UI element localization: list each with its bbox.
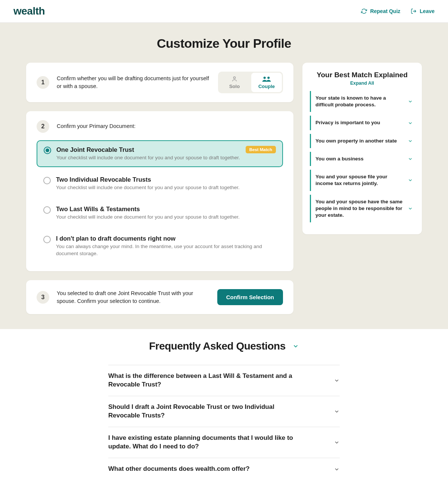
faq-title: Frequently Asked Questions xyxy=(149,340,286,352)
match-item-4[interactable]: You and your spouse file your income tax… xyxy=(310,170,414,191)
chevron-down-icon xyxy=(408,206,413,211)
solo-couple-toggle: Solo Couple xyxy=(218,72,283,93)
repeat-quiz-button[interactable]: Repeat Quiz xyxy=(361,8,400,14)
chevron-down-icon xyxy=(408,99,413,104)
option-desc: Your checklist will include one document… xyxy=(56,214,276,221)
person-icon xyxy=(229,76,240,82)
match-item-5[interactable]: You and your spouse have the same people… xyxy=(310,195,414,223)
step-2-text: Confirm your Primary Document: xyxy=(57,122,283,130)
document-option-3[interactable]: I don't plan to draft documents right no… xyxy=(37,230,283,263)
step-3-text: You selected to draft one Joint Revocabl… xyxy=(57,289,210,305)
match-item-3[interactable]: You own a business xyxy=(310,152,414,166)
radio-icon xyxy=(43,236,51,243)
option-title: One Joint Revocable Trust xyxy=(56,146,134,153)
left-column: 1 Confirm whether you will be drafting d… xyxy=(26,63,293,314)
match-item-text: You own a business xyxy=(315,156,364,162)
chevron-down-icon xyxy=(334,378,340,383)
faq-item-3[interactable]: What other documents does wealth.com off… xyxy=(108,458,340,479)
people-icon xyxy=(261,76,272,82)
confirm-selection-button[interactable]: Confirm Selection xyxy=(217,289,283,305)
match-item-0[interactable]: Your state is known to have a difficult … xyxy=(310,91,414,112)
faq-question: What is the difference between a Last Wi… xyxy=(108,372,302,389)
best-match-card: Your Best Match Explained Expand All You… xyxy=(302,63,422,234)
step-1-card: 1 Confirm whether you will be drafting d… xyxy=(26,63,293,102)
right-column: Your Best Match Explained Expand All You… xyxy=(302,63,422,234)
faq-item-0[interactable]: What is the difference between a Last Wi… xyxy=(108,365,340,396)
radio-icon xyxy=(43,206,51,214)
couple-toggle[interactable]: Couple xyxy=(251,73,282,92)
header-actions: Repeat Quiz Leave xyxy=(361,8,435,14)
header: wealth Repeat Quiz Leave xyxy=(0,0,448,23)
chevron-down-icon xyxy=(408,178,413,183)
faq-item-1[interactable]: Should I draft a Joint Revocable Trust o… xyxy=(108,396,340,427)
faq-section: Frequently Asked Questions What is the d… xyxy=(0,329,448,479)
option-title: Two Individual Revocable Trusts xyxy=(56,176,151,183)
step-3-number: 3 xyxy=(37,291,49,304)
logo: wealth xyxy=(13,5,45,17)
solo-toggle[interactable]: Solo xyxy=(219,73,250,92)
step-3-card: 3 You selected to draft one Joint Revoca… xyxy=(26,280,293,314)
document-option-1[interactable]: Two Individual Revocable Trusts Your che… xyxy=(37,171,283,197)
best-match-title: Your Best Match Explained xyxy=(310,71,414,79)
step-2-number: 2 xyxy=(37,120,49,133)
svg-point-1 xyxy=(264,76,266,79)
chevron-down-icon xyxy=(334,439,340,445)
option-desc: Your checklist will include one document… xyxy=(56,154,276,162)
leave-button[interactable]: Leave xyxy=(411,8,435,14)
chevron-down-icon xyxy=(408,138,413,144)
svg-point-0 xyxy=(233,77,235,79)
step-2-card: 2 Confirm your Primary Document: One Joi… xyxy=(26,111,293,271)
page-title: Customize Your Profile xyxy=(0,36,448,51)
radio-icon xyxy=(44,147,51,154)
match-item-1[interactable]: Privacy is important to you xyxy=(310,116,414,130)
match-item-text: Your state is known to have a difficult … xyxy=(315,95,404,108)
document-option-0[interactable]: One Joint Revocable Trust Best Match You… xyxy=(37,140,283,167)
repeat-quiz-label: Repeat Quiz xyxy=(370,8,400,14)
solo-label: Solo xyxy=(229,84,240,89)
option-title: Two Last Wills & Testaments xyxy=(56,206,140,213)
option-desc: Your checklist will include one document… xyxy=(56,184,276,191)
chevron-down-icon xyxy=(408,156,413,162)
match-item-text: You and your spouse have the same people… xyxy=(315,198,404,219)
option-title: I don't plan to draft documents right no… xyxy=(56,235,175,242)
couple-label: Couple xyxy=(258,84,275,89)
refresh-icon xyxy=(361,8,367,14)
option-body: Two Individual Revocable Trusts Your che… xyxy=(56,176,276,191)
faq-title-row[interactable]: Frequently Asked Questions xyxy=(0,340,448,352)
match-item-2[interactable]: You own property in another state xyxy=(310,134,414,148)
chevron-down-icon xyxy=(334,466,340,472)
step-1-text: Confirm whether you will be drafting doc… xyxy=(57,75,211,90)
option-body: Two Last Wills & Testaments Your checkli… xyxy=(56,206,276,221)
chevron-down-icon xyxy=(408,120,413,126)
faq-list: What is the difference between a Last Wi… xyxy=(108,365,340,479)
document-options: One Joint Revocable Trust Best Match You… xyxy=(37,140,283,262)
faq-question: I have existing estate planning document… xyxy=(108,434,302,451)
option-body: One Joint Revocable Trust Best Match You… xyxy=(56,146,276,162)
svg-point-2 xyxy=(267,76,270,79)
option-desc: You can always change your mind. In the … xyxy=(56,243,276,257)
faq-question: Should I draft a Joint Revocable Trust o… xyxy=(108,403,302,420)
match-item-text: You own property in another state xyxy=(315,138,397,144)
exit-icon xyxy=(411,8,417,14)
document-option-2[interactable]: Two Last Wills & Testaments Your checkli… xyxy=(37,200,283,226)
option-body: I don't plan to draft documents right no… xyxy=(56,235,276,257)
match-items: Your state is known to have a difficult … xyxy=(310,91,414,222)
chevron-down-icon xyxy=(334,408,340,414)
match-item-text: Privacy is important to you xyxy=(315,119,380,126)
main-area: Customize Your Profile 1 Confirm whether… xyxy=(0,23,448,329)
content-wrap: 1 Confirm whether you will be drafting d… xyxy=(0,63,448,329)
faq-item-2[interactable]: I have existing estate planning document… xyxy=(108,427,340,458)
step-1-number: 1 xyxy=(37,76,49,89)
expand-all-button[interactable]: Expand All xyxy=(310,81,414,86)
chevron-down-icon xyxy=(292,343,299,350)
match-item-text: You and your spouse file your income tax… xyxy=(315,173,404,187)
radio-icon xyxy=(43,177,51,184)
best-match-badge: Best Match xyxy=(246,146,276,153)
faq-question: What other documents does wealth.com off… xyxy=(108,465,250,473)
leave-label: Leave xyxy=(420,8,435,14)
